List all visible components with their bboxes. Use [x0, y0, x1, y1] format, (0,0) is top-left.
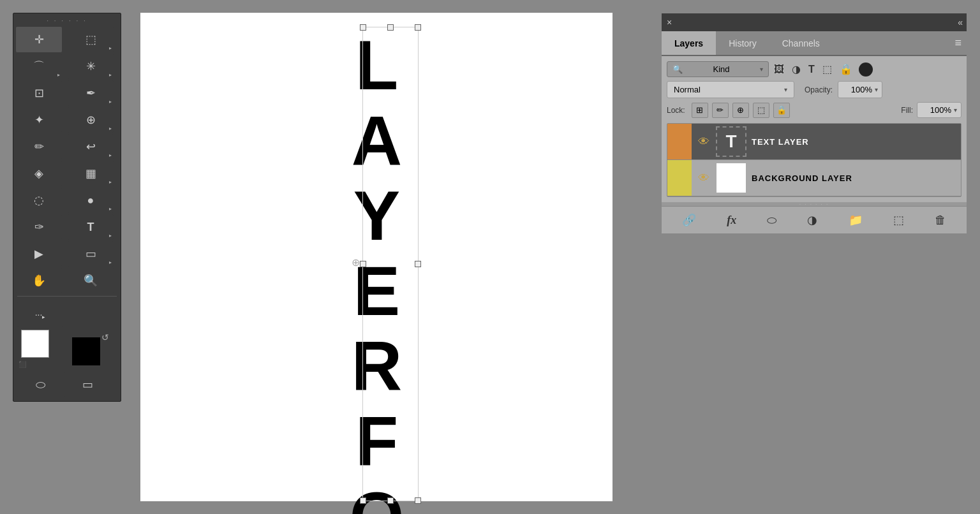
sub-arrow: ▸ [109, 260, 112, 265]
blend-mode-dropdown[interactable]: Normal ▾ [667, 81, 794, 98]
tool-brush[interactable]: ✏ [16, 134, 62, 159]
path-select-icon: ▶ [34, 247, 43, 261]
scroll-dots: · · · · · · [799, 202, 829, 207]
eraser-icon: ◈ [34, 166, 43, 180]
sub-arrow: ▸ [109, 206, 112, 212]
extras-row: ··· ▸ [16, 299, 118, 330]
kind-label: Kind [713, 64, 729, 74]
brush-icon: ✏ [34, 140, 44, 154]
circle-icon [859, 62, 873, 77]
filter-shape-button[interactable]: ⬚ [821, 62, 833, 77]
panel-close-button[interactable]: × [667, 17, 672, 27]
panel-footer: 🔗 fx ⬭ ◑ 📁 ⬚ 🗑 [662, 206, 967, 233]
quick-mask-icon: ⬭ [36, 378, 45, 392]
filter-pixel-button[interactable]: 🖼 [773, 62, 785, 77]
layer-link-button[interactable]: 🔗 [678, 210, 700, 230]
tool-path-select[interactable]: ▶ [16, 241, 62, 267]
swap-colors-icon[interactable]: ↺ [101, 332, 109, 342]
tool-history-brush[interactable]: ↩ ▸ [68, 134, 114, 159]
reset-colors-icon[interactable]: ⬛ [19, 361, 26, 368]
lasso-icon: ⌒ [33, 59, 45, 74]
lock-label: Lock: [667, 106, 685, 115]
tool-magic-wand[interactable]: ✳ ▸ [68, 54, 114, 79]
tool-patch[interactable]: ✦ [16, 107, 62, 133]
tools-grid: ✛ ⬚ ▸ ⌒ ▸ ✳ ▸ ⊡ ✒ ▸ ✦ ⊕ ▸ ✏ [16, 27, 118, 293]
filter-adjustment-button[interactable]: ◑ [791, 62, 802, 77]
new-layer-button[interactable]: ⬚ [889, 210, 908, 230]
tool-marquee[interactable]: ⬚ ▸ [68, 27, 114, 52]
sub-arrow: ▸ [109, 233, 112, 239]
kind-row: 🔍 Kind ▾ 🖼 ◑ T ⬚ 🔒 [667, 61, 961, 77]
quick-mask-button[interactable]: ⬭ [17, 372, 63, 397]
more-tools-button[interactable]: ··· ▸ [17, 302, 63, 327]
background-color-swatch[interactable] [72, 337, 100, 365]
fill-dropdown-arrow: ▾ [954, 106, 957, 114]
more-tools-icon: ··· [35, 309, 43, 319]
tool-gradient[interactable]: ▦ ▸ [68, 161, 114, 186]
tab-history[interactable]: History [716, 31, 769, 55]
fill-input[interactable]: 100% ▾ [917, 102, 961, 118]
tab-layers[interactable]: Layers [662, 31, 716, 55]
tool-eyedropper[interactable]: ✒ ▸ [68, 80, 114, 106]
right-panel: × « Layers History Channels ≡ 🔍 Kind ▾ 🖼… [661, 13, 967, 234]
layer-visibility-text-button[interactable]: 👁 [697, 134, 711, 150]
sub-arrow: ▸ [109, 72, 112, 78]
layer-thumbnail-background [716, 163, 746, 193]
fill-label: Fill: [901, 106, 913, 115]
screen-mode-button[interactable]: ▭ [64, 372, 110, 397]
lock-pixels-button[interactable]: ⊞ [692, 103, 708, 118]
search-icon: 🔍 [672, 64, 683, 74]
filter-type-button[interactable]: T [807, 62, 816, 77]
lock-all-button[interactable]: 🔒 [773, 103, 790, 118]
crop-icon: ⊡ [34, 86, 44, 100]
tool-hand[interactable]: ✋ [16, 268, 62, 293]
tab-channels[interactable]: Channels [769, 31, 833, 55]
opacity-dropdown-arrow: ▾ [875, 86, 878, 93]
lock-artboard-button[interactable]: ⬚ [753, 103, 769, 118]
lock-move-button[interactable]: ⊕ [732, 103, 749, 118]
canvas-document: LAYERFORM ⊕ [140, 13, 612, 501]
delete-layer-button[interactable]: 🗑 [931, 211, 950, 230]
tool-stamp[interactable]: ⊕ ▸ [68, 107, 114, 133]
tool-shape[interactable]: ▭ ▸ [68, 241, 114, 267]
sub-arrow: ▸ [109, 45, 112, 51]
panel-collapse-button[interactable]: « [958, 17, 961, 27]
tool-move[interactable]: ✛ [16, 27, 62, 52]
foreground-color-swatch[interactable] [21, 330, 49, 358]
kind-dropdown[interactable]: 🔍 Kind ▾ [667, 61, 769, 77]
layer-item-background[interactable]: 👁 BACKGROUND LAYER [667, 160, 961, 196]
filter-smart-button[interactable]: 🔒 [838, 62, 854, 77]
layer-fx-button[interactable]: fx [723, 211, 740, 230]
sub-arrow: ▸ [109, 99, 112, 105]
layer-adjustment-button[interactable]: ◑ [803, 210, 821, 230]
layer-visibility-bg-button[interactable]: 👁 [697, 170, 711, 186]
blur-icon: ◌ [34, 193, 44, 207]
panel-titlebar: × « [662, 13, 967, 31]
tool-pen[interactable]: ✑ [16, 214, 62, 240]
lock-brush-button[interactable]: ✏ [712, 103, 729, 118]
tool-lasso[interactable]: ⌒ ▸ [16, 54, 62, 79]
tool-eraser[interactable]: ◈ [16, 161, 62, 186]
zoom-icon: 🔍 [84, 274, 98, 288]
marquee-icon: ⬚ [85, 33, 96, 47]
sub-arrow: ▸ [109, 152, 112, 158]
sub-arrow: ▸ [57, 72, 60, 78]
panel-tabs: Layers History Channels ≡ [662, 31, 967, 56]
lock-fill-row: Lock: ⊞ ✏ ⊕ ⬚ 🔒 Fill: 100% ▾ [667, 102, 961, 118]
layer-item-text[interactable]: 👁 T TEXT LAYER [667, 124, 961, 160]
tool-crop[interactable]: ⊡ [16, 80, 62, 106]
panel-tab-menu-button[interactable]: ≡ [949, 31, 967, 55]
tool-burn[interactable]: ● ▸ [68, 187, 114, 213]
layer-group-button[interactable]: 📁 [845, 210, 866, 230]
history-brush-icon: ↩ [86, 140, 96, 154]
sub-arrow: ▸ [109, 179, 112, 185]
left-toolbar: · · · · · · ✛ ⬚ ▸ ⌒ ▸ ✳ ▸ ⊡ ✒ ▸ ✦ ⊕ ▸ [13, 13, 121, 402]
layer-mask-button[interactable]: ⬭ [763, 211, 780, 230]
opacity-input[interactable]: 100% ▾ [838, 81, 882, 98]
patch-icon: ✦ [34, 113, 44, 127]
text-layer-thumb-icon: T [725, 131, 736, 152]
tool-type[interactable]: T ▸ [68, 214, 114, 240]
blend-opacity-row: Normal ▾ Opacity: 100% ▾ [667, 81, 961, 98]
tool-zoom[interactable]: 🔍 [68, 268, 114, 293]
tool-blur[interactable]: ◌ [16, 187, 62, 213]
